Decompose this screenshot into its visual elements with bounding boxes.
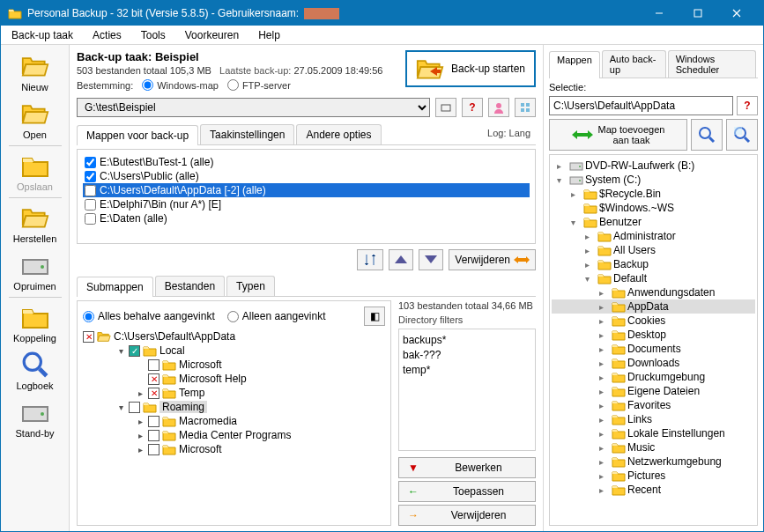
add-folder-button[interactable]: Map toevoegen aan taak <box>549 119 687 151</box>
subtab-subfolders[interactable]: Submappen <box>77 277 153 297</box>
subtree-row[interactable]: Microsoft <box>83 358 385 372</box>
tab-task-settings[interactable]: Taakinstellingen <box>200 124 294 144</box>
rail-opruimen[interactable]: Opruimen <box>5 248 65 295</box>
fs-tree-row[interactable]: ▸ Pictures <box>552 469 755 483</box>
dest-settings-button[interactable] <box>515 98 536 117</box>
backup-folders-list[interactable]: E:\Butest\BuTest-1 (alle) C:\Users\Publi… <box>77 149 536 244</box>
fs-tree-row[interactable]: ▸ Administrator <box>552 229 755 243</box>
dir-checkbox[interactable] <box>85 199 96 211</box>
fs-tree-row[interactable]: ▸ Druckumgebung <box>552 370 755 384</box>
start-backup-button[interactable]: Back-up starten <box>405 50 536 87</box>
fs-tree-row[interactable]: ▸ All Users <box>552 243 755 257</box>
backup-dir-row[interactable]: E:\Butest\BuTest-1 (alle) <box>83 155 530 169</box>
rail-stand-by[interactable]: Stand-by <box>5 395 65 442</box>
rp-tab-folders[interactable]: Mappen <box>549 51 600 78</box>
destination-path-select[interactable]: G:\test\Beispiel <box>77 98 430 117</box>
subtree-row[interactable]: ▸ Media Center Programs <box>83 428 385 442</box>
dir-checkbox[interactable] <box>85 213 96 225</box>
tab-other-options[interactable]: Andere opties <box>296 124 381 144</box>
subtree-row[interactable]: ▸ Macromedia <box>83 414 385 428</box>
subtree-row[interactable]: ▾ Roaming <box>83 400 385 414</box>
fs-tree-row[interactable]: ▸ Documents <box>552 342 755 356</box>
preview-button[interactable] <box>726 119 758 151</box>
subtab-types[interactable]: Typen <box>226 276 275 296</box>
move-up-button[interactable] <box>389 249 413 270</box>
subfolder-tree[interactable]: ✕ C:\Users\Default\AppData ▾✓ Local Micr… <box>83 329 385 520</box>
move-down-button[interactable] <box>419 249 443 270</box>
fs-tree-row[interactable]: ▸ Favorites <box>552 398 755 412</box>
fs-tree-row[interactable]: ▾ System (C:) <box>552 173 755 187</box>
fs-tree-row[interactable]: ▸ Downloads <box>552 356 755 370</box>
radio-only-checked[interactable]: Alleen aangevinkt <box>227 310 326 322</box>
menu-backuptaak[interactable]: Back-up taak <box>8 27 77 43</box>
dir-checkbox[interactable] <box>85 171 96 182</box>
backup-dir-row[interactable]: C:\Users\Default\AppData [-2] (alle) <box>83 183 530 197</box>
remove-folder-button[interactable]: Verwijderen <box>449 249 536 270</box>
menu-help[interactable]: Help <box>255 27 284 43</box>
rp-tab-auto[interactable]: Auto back-up <box>602 50 666 78</box>
fs-tree-row[interactable]: ▾ Default <box>552 271 755 285</box>
minimize-button[interactable] <box>640 1 679 26</box>
fs-tree-row[interactable]: ▸ Lokale Einstellungen <box>552 426 755 440</box>
fs-tree-row[interactable]: ▸ Desktop <box>552 328 755 342</box>
filter-bewerken-button[interactable]: ▼Bewerken <box>398 457 536 478</box>
find-button[interactable] <box>691 119 723 151</box>
fs-tree-row[interactable]: ▸ Recent <box>552 483 755 497</box>
menu-tools[interactable]: Tools <box>137 27 169 43</box>
menubar: Back-up taakActiesToolsVoorkeurenHelp <box>1 26 763 45</box>
selection-help-button[interactable]: ? <box>737 96 758 115</box>
menu-voorkeuren[interactable]: Voorkeuren <box>182 27 242 43</box>
fs-tree-row[interactable]: ▸ Cookies <box>552 314 755 328</box>
rail-herstellen[interactable]: Herstellen <box>5 200 65 248</box>
filter-item[interactable]: backups* <box>403 333 531 348</box>
rail-nieuw[interactable]: Nieuw <box>5 48 65 96</box>
fs-tree-row[interactable]: ▸ DVD-RW-Laufwerk (B:) <box>552 159 755 173</box>
subtree-row[interactable]: ▸✕ Temp <box>83 386 385 400</box>
subtab-files[interactable]: Bestanden <box>155 276 225 296</box>
fs-tree-row[interactable]: ▸ Anwendungsdaten <box>552 285 755 299</box>
filter-toepassen-button[interactable]: ←Toepassen <box>398 481 536 502</box>
rail-open[interactable]: Open <box>5 96 65 144</box>
fs-tree-row[interactable]: ▸ Backup <box>552 257 755 271</box>
fs-tree-row[interactable]: ▾ Benutzer <box>552 215 755 229</box>
fs-tree-row[interactable]: ▸ $Recycle.Bin <box>552 187 755 201</box>
menu-acties[interactable]: Acties <box>89 27 125 43</box>
dir-checkbox[interactable] <box>85 157 96 168</box>
dir-checkbox[interactable] <box>85 185 96 196</box>
dest-help-button[interactable]: ? <box>462 98 483 117</box>
selection-label: Selectie: <box>549 82 758 92</box>
fs-tree-row[interactable]: ▸ Eigene Dateien <box>552 384 755 398</box>
subtree-row[interactable]: ▸ Microsoft <box>83 442 385 456</box>
radio-all-except[interactable]: Alles behalve aangevinkt <box>83 310 215 322</box>
filter-item[interactable]: bak-??? <box>403 348 531 363</box>
subtree-row[interactable]: ▾✓ Local <box>83 344 385 358</box>
fs-tree-row[interactable]: ▸ Netzwerkumgebung <box>552 454 755 469</box>
fs-tree-row[interactable]: ▸ Links <box>552 412 755 426</box>
filesystem-tree[interactable]: ▸ DVD-RW-Laufwerk (B:)▾ System (C:)▸ $Re… <box>549 154 758 526</box>
close-button[interactable] <box>717 1 756 26</box>
subtree-row[interactable]: ✕ Microsoft Help <box>83 372 385 386</box>
rail-logboek[interactable]: Logboek <box>5 347 65 395</box>
maximize-button[interactable] <box>679 1 717 26</box>
selection-path-input[interactable] <box>549 96 733 115</box>
rail-koppeling[interactable]: Koppeling <box>5 299 65 347</box>
rp-tab-scheduler[interactable]: Windows Scheduler <box>668 50 756 78</box>
fs-tree-row[interactable]: ▸ AppData <box>552 299 755 314</box>
backup-dir-row[interactable]: C:\Users\Public (alle) <box>83 169 530 183</box>
filter-verwijderen-button[interactable]: →Verwijderen <box>398 505 536 526</box>
backup-dir-row[interactable]: E:\Delphi7\Bin (nur A*) [E] <box>83 197 530 211</box>
rail-opslaan: Opslaan <box>5 148 65 196</box>
filter-list[interactable]: backups*bak-???temp* <box>398 329 536 451</box>
dest-ftp-radio[interactable]: FTP-server <box>227 79 291 91</box>
log-level-label[interactable]: Log: Lang <box>482 124 536 144</box>
dest-windows-radio[interactable]: Windows-map <box>142 79 219 91</box>
dest-browse-button[interactable] <box>435 98 456 117</box>
sort-button[interactable] <box>357 249 383 270</box>
fs-tree-row[interactable]: $Windows.~WS <box>552 201 755 215</box>
tab-folders[interactable]: Mappen voor back-up <box>77 125 198 145</box>
dest-user-button[interactable] <box>488 98 509 117</box>
subtree-option-button[interactable]: ◧ <box>364 307 385 326</box>
fs-tree-row[interactable]: ▸ Music <box>552 440 755 454</box>
filter-item[interactable]: temp* <box>403 363 531 378</box>
backup-dir-row[interactable]: E:\Daten (alle) <box>83 211 530 225</box>
